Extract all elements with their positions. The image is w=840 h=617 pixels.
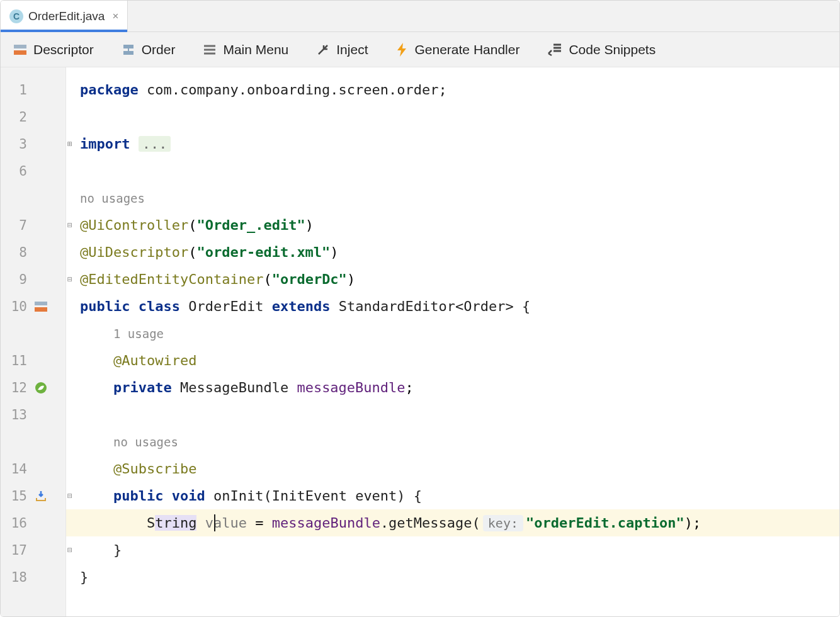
code-line[interactable]: @UiDescriptor("order-edit.xml"): [66, 239, 839, 266]
keyword: class: [139, 298, 180, 314]
class-file-icon: C: [9, 9, 23, 23]
keyword: void: [172, 488, 205, 504]
line-number: 12: [1, 380, 31, 395]
line-number: 6: [1, 164, 31, 179]
svg-rect-4: [35, 302, 47, 305]
download-gutter-icon[interactable]: [32, 489, 50, 503]
inlay-hint-row: no usages: [66, 428, 839, 455]
annotation: @Autowired: [113, 353, 196, 368]
inject-icon: [316, 43, 330, 57]
gutter: 1 2 3 6 7 8 9 10 11 12 13 14 15 16 17 18: [1, 67, 66, 616]
code-line[interactable]: ⊟@UiController("Order_.edit"): [66, 212, 839, 239]
method-call: .getMessage(: [380, 515, 480, 531]
editor-toolbar: Descriptor Order Main Menu Inject Genera…: [1, 32, 839, 67]
close-icon[interactable]: ×: [112, 10, 118, 23]
descriptor-icon: [13, 43, 27, 57]
svg-rect-3: [123, 51, 133, 55]
type: S: [147, 515, 155, 531]
hamburger-icon: [203, 43, 217, 57]
code-line[interactable]: ⊟ public void onInit(InitEvent event) {: [66, 482, 839, 509]
string-literal: "Order_.edit": [196, 217, 305, 233]
usages-hint[interactable]: no usages: [80, 191, 145, 205]
svg-rect-0: [14, 45, 26, 48]
main-menu-button[interactable]: Main Menu: [203, 42, 288, 57]
keyword: import: [80, 136, 130, 152]
package-name: com.company.onboarding.screen.order;: [147, 82, 447, 98]
code-line[interactable]: [66, 157, 839, 184]
code-line[interactable]: public class OrderEdit extends StandardE…: [66, 293, 839, 320]
line-number: 15: [1, 489, 31, 504]
code-line[interactable]: ⊞import ...: [66, 130, 839, 157]
editor-tab[interactable]: C OrderEdit.java ×: [1, 1, 128, 31]
text-caret: [214, 514, 215, 531]
snippets-icon: [547, 43, 562, 57]
string-literal: "orderEdit.caption": [526, 515, 684, 531]
keyword: public: [113, 488, 163, 504]
toolbar-label: Inject: [336, 42, 368, 57]
keyword: package: [80, 82, 139, 98]
line-number: 10: [1, 299, 31, 314]
code-line[interactable]: package com.company.onboarding.screen.or…: [66, 76, 839, 103]
code-area[interactable]: package com.company.onboarding.screen.or…: [66, 67, 839, 616]
annotation: @UiController: [80, 217, 188, 233]
code-line[interactable]: @Autowired: [66, 347, 839, 374]
line-number: 9: [1, 272, 31, 287]
spring-bean-icon[interactable]: [32, 381, 50, 395]
fold-expand-icon[interactable]: ⊞: [65, 140, 74, 149]
field-name: messageBundle: [297, 380, 405, 395]
inlay-hint-row: no usages: [66, 184, 839, 212]
toolbar-label: Code Snippets: [569, 42, 656, 57]
usages-hint[interactable]: no usages: [113, 435, 178, 449]
brace: }: [113, 542, 122, 558]
line-number: 18: [1, 570, 31, 585]
fold-collapse-icon[interactable]: ⊟: [65, 275, 74, 284]
brace: }: [80, 569, 88, 585]
svg-rect-2: [123, 45, 133, 48]
line-number: 14: [1, 461, 31, 477]
code-line[interactable]: @Subscribe: [66, 455, 839, 482]
code-line[interactable]: [66, 401, 839, 428]
type: tring: [155, 515, 196, 531]
line-number: 11: [1, 353, 31, 368]
annotation: @Subscribe: [113, 461, 196, 477]
usages-hint[interactable]: 1 usage: [113, 327, 164, 341]
svg-rect-1: [14, 50, 26, 55]
line-number: 7: [1, 218, 31, 233]
toolbar-label: Generate Handler: [414, 42, 519, 57]
code-snippets-button[interactable]: Code Snippets: [547, 42, 656, 57]
code-line[interactable]: ⊟ }: [66, 536, 839, 563]
string-literal: "orderDc": [272, 271, 347, 287]
params: (InitEvent event) {: [263, 488, 422, 504]
code-editor[interactable]: 1 2 3 6 7 8 9 10 11 12 13 14 15 16 17 18: [1, 67, 839, 616]
entity-icon: [122, 43, 135, 57]
line-number: 16: [1, 516, 31, 531]
line-number: 17: [1, 543, 31, 558]
order-button[interactable]: Order: [122, 42, 176, 57]
keyword: extends: [272, 298, 331, 314]
class-name: OrderEdit: [188, 298, 263, 314]
code-line[interactable]: }: [66, 563, 839, 591]
generate-handler-button[interactable]: Generate Handler: [395, 42, 519, 57]
folded-region[interactable]: ...: [139, 136, 171, 152]
inlay-hint-row: 1 usage: [66, 320, 839, 347]
method-name: onInit: [213, 488, 263, 504]
keyword: public: [80, 298, 130, 314]
toolbar-label: Order: [142, 42, 176, 57]
descriptor-gutter-icon[interactable]: [32, 300, 50, 313]
code-line-current[interactable]: String value = messageBundle.getMessage(…: [66, 509, 839, 536]
code-line[interactable]: private MessageBundle messageBundle;: [66, 374, 839, 401]
tab-bar: C OrderEdit.java ×: [1, 1, 839, 32]
parameter-hint: key:: [483, 515, 523, 531]
lightning-icon: [395, 42, 408, 57]
field-ref: messageBundle: [272, 515, 380, 531]
code-line[interactable]: [66, 103, 839, 130]
line-number: 13: [1, 407, 31, 422]
code-line[interactable]: ⊟@EditedEntityContainer("orderDc"): [66, 266, 839, 293]
type: StandardEditor<Order> {: [339, 298, 531, 314]
type: MessageBundle: [180, 380, 288, 395]
fold-end-icon[interactable]: ⊟: [65, 546, 74, 555]
fold-collapse-icon[interactable]: ⊟: [65, 221, 74, 230]
descriptor-button[interactable]: Descriptor: [13, 42, 94, 57]
fold-collapse-icon[interactable]: ⊟: [65, 492, 74, 501]
inject-button[interactable]: Inject: [316, 42, 368, 57]
